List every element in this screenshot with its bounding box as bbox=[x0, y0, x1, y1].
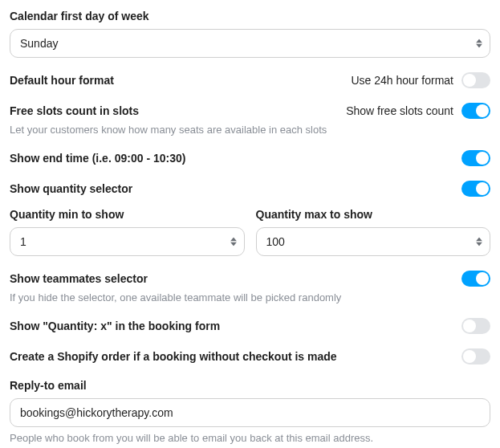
qty-max-label: Quantity max to show bbox=[256, 208, 491, 221]
hour-format-label: Default hour format bbox=[10, 74, 114, 87]
teammates-toggle[interactable] bbox=[461, 271, 490, 287]
create-order-toggle[interactable] bbox=[461, 348, 490, 365]
qty-min-value[interactable] bbox=[10, 227, 245, 256]
show-qtyx-toggle[interactable] bbox=[461, 318, 490, 334]
first-day-label: Calendar first day of week bbox=[10, 10, 490, 22]
show-end-toggle[interactable] bbox=[461, 150, 490, 166]
show-end-label: Show end time (i.e. 09:00 - 10:30) bbox=[10, 152, 185, 165]
reply-to-label: Reply-to email bbox=[10, 379, 490, 392]
show-qtyx-label: Show "Quantity: x" in the booking form bbox=[10, 320, 220, 332]
free-slots-help: Let your customers know how many seats a… bbox=[10, 124, 490, 136]
qty-max-select[interactable] bbox=[256, 227, 491, 256]
hour-format-toggle[interactable] bbox=[461, 72, 490, 88]
reply-to-input[interactable] bbox=[10, 398, 490, 427]
free-slots-toggle[interactable] bbox=[461, 103, 490, 119]
qty-min-select[interactable] bbox=[10, 227, 245, 256]
teammates-label: Show teammates selector bbox=[10, 272, 148, 285]
hour-format-right-label: Use 24h hour format bbox=[351, 74, 453, 87]
show-qty-toggle[interactable] bbox=[461, 181, 490, 197]
create-order-label: Create a Shopify order if a booking with… bbox=[10, 350, 337, 363]
qty-min-label: Quantity min to show bbox=[10, 208, 245, 221]
first-day-select[interactable] bbox=[10, 29, 490, 58]
reply-to-help: People who book from you will be able to… bbox=[10, 432, 490, 444]
teammates-help: If you hide the selector, one available … bbox=[10, 291, 490, 303]
show-qty-label: Show quantity selector bbox=[10, 182, 132, 195]
free-slots-right-label: Show free slots count bbox=[346, 104, 453, 117]
free-slots-label: Free slots count in slots bbox=[10, 104, 139, 117]
first-day-value[interactable] bbox=[10, 29, 490, 58]
qty-max-value[interactable] bbox=[256, 227, 491, 256]
